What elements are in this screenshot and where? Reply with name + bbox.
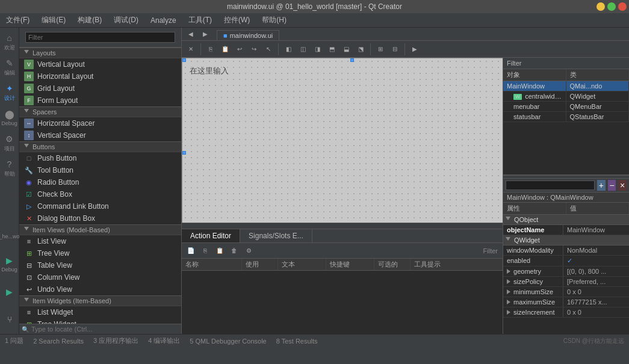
action-paste-button[interactable]: 📋 bbox=[213, 244, 226, 258]
sep2 bbox=[278, 43, 279, 55]
action-copy-button[interactable]: ⎘ bbox=[199, 244, 212, 258]
action-new-button[interactable]: 📄 bbox=[184, 244, 197, 258]
widget-command-link[interactable]: ▷ Command Link Button bbox=[19, 200, 181, 212]
status-problems[interactable]: 1 问题 bbox=[5, 336, 23, 345]
sidebar-item-edit[interactable]: ✎ 编辑 bbox=[1, 55, 18, 79]
property-editor: + − × MainWindow : QMainWindow 属性 值 bbox=[503, 179, 629, 334]
status-compile[interactable]: 4 编译输出 bbox=[148, 336, 180, 345]
next-file-button[interactable]: ▶ bbox=[199, 27, 212, 40]
align-bottom[interactable]: ⬔ bbox=[354, 43, 367, 56]
status-search[interactable]: 2 Search Results bbox=[33, 338, 84, 345]
menu-tools[interactable]: 工具(T) bbox=[185, 14, 215, 26]
widget-dialog-button-label: Dialog Button Box bbox=[37, 214, 95, 223]
widget-dialog-button[interactable]: ✕ Dialog Button Box bbox=[19, 212, 181, 224]
sidebar-item-run[interactable]: ▶ bbox=[1, 280, 18, 304]
copy-button[interactable]: ⎘ bbox=[204, 43, 217, 56]
menu-help[interactable]: 帮助(H) bbox=[258, 14, 290, 26]
file-tab-mainwindow[interactable]: ■ mainwindow.ui bbox=[217, 30, 279, 40]
handle-tl[interactable] bbox=[182, 58, 186, 62]
tab-signals-slots[interactable]: Signals/Slots E... bbox=[240, 229, 312, 242]
menu-edit[interactable]: 编辑(E) bbox=[38, 14, 69, 26]
menu-build[interactable]: 构建(B) bbox=[74, 14, 105, 26]
sidebar-item-design[interactable]: ✦ 设计 bbox=[1, 81, 18, 105]
pointer-button[interactable]: ↖ bbox=[262, 43, 275, 56]
layouts-expand-icon bbox=[24, 50, 29, 56]
prop-add-button[interactable]: + bbox=[597, 180, 606, 191]
widget-check-box[interactable]: ☑ Check Box bbox=[19, 188, 181, 200]
obj-row-centralwidget[interactable]: W centralwidget QWidget bbox=[503, 91, 629, 102]
widget-table-view[interactable]: ⊟ Table View bbox=[19, 259, 181, 271]
widget-form-layout[interactable]: F Form Layout bbox=[19, 94, 181, 106]
widget-tool-button[interactable]: 🔧 Tool Button bbox=[19, 164, 181, 176]
widget-column-view[interactable]: ⊡ Column View bbox=[19, 271, 181, 283]
widget-push-button[interactable]: □ Push Button bbox=[19, 152, 181, 164]
widget-horizontal-layout[interactable]: H Horizontal Layout bbox=[19, 70, 181, 82]
obj-row-mainwindow[interactable]: MainWindow QMai...ndo bbox=[503, 81, 629, 91]
obj-row-menubar[interactable]: menubar QMenuBar bbox=[503, 102, 629, 112]
widget-vertical-layout[interactable]: V Vertical Layout bbox=[19, 58, 181, 70]
handle-left[interactable] bbox=[182, 151, 186, 155]
menu-file[interactable]: 文件(F) bbox=[2, 14, 33, 26]
obj-row-statusbar[interactable]: statusbar QStatusBar bbox=[503, 112, 629, 122]
action-settings-button[interactable]: ⚙ bbox=[242, 244, 255, 258]
prop-filter-input[interactable] bbox=[506, 180, 595, 190]
undo-button[interactable]: ↩ bbox=[233, 43, 246, 56]
sidebar-item-file[interactable]: 01_he...world bbox=[1, 224, 18, 248]
prop-remove-button[interactable]: − bbox=[608, 180, 616, 191]
align-right[interactable]: ◨ bbox=[311, 43, 324, 56]
prop-row-enabled: enabled ✓ bbox=[503, 256, 629, 267]
tab-action-editor[interactable]: Action Editor bbox=[182, 229, 240, 242]
widget-radio-button[interactable]: ◉ Radio Button bbox=[19, 176, 181, 188]
canvas-scrollbar-h[interactable] bbox=[182, 223, 503, 229]
status-app-output[interactable]: 3 应用程序输出 bbox=[93, 336, 138, 345]
widget-tree-view[interactable]: ⊞ Tree View bbox=[19, 247, 181, 259]
widget-list-widget[interactable]: ≡ List Widget bbox=[19, 306, 181, 318]
close-toolbar-button[interactable]: ✕ bbox=[184, 43, 197, 56]
widget-vertical-spacer[interactable]: ↕ Vertical Spacer bbox=[19, 129, 181, 141]
widget-vertical-layout-label: Vertical Layout bbox=[37, 60, 85, 69]
widget-horizontal-spacer[interactable]: ↔ Horizontal Spacer bbox=[19, 117, 181, 129]
locate-input[interactable] bbox=[31, 325, 179, 333]
sidebar-item-help[interactable]: ? 帮助 bbox=[1, 156, 18, 180]
grid-button[interactable]: ⊞ bbox=[374, 43, 387, 56]
prev-file-button[interactable]: ◀ bbox=[184, 27, 197, 40]
align-left[interactable]: ◧ bbox=[282, 43, 295, 56]
status-test[interactable]: 8 Test Results bbox=[276, 338, 318, 345]
align-center[interactable]: ◫ bbox=[296, 43, 309, 56]
preview-button[interactable]: ▶ bbox=[408, 43, 421, 56]
widget-filter-input[interactable] bbox=[25, 32, 175, 43]
status-qml-debug[interactable]: 5 QML Debugger Console bbox=[190, 338, 266, 345]
sidebar-item-welcome[interactable]: ⌂ 欢迎 bbox=[1, 30, 18, 54]
maximize-button[interactable] bbox=[607, 2, 616, 11]
canvas-inner[interactable]: 在这里输入 bbox=[182, 58, 503, 229]
prop-val-objectname[interactable]: MainWindow bbox=[563, 225, 629, 235]
buddy-button[interactable]: ⊟ bbox=[388, 43, 401, 56]
redo-button[interactable]: ↪ bbox=[247, 43, 261, 56]
menu-widget[interactable]: 控件(W) bbox=[220, 14, 253, 26]
sidebar-item-git[interactable]: ⑂ bbox=[1, 307, 18, 332]
minimize-button[interactable] bbox=[596, 2, 605, 11]
menu-analyze[interactable]: Analyze bbox=[147, 15, 180, 26]
obj-cell-name-mainwindow: MainWindow bbox=[503, 81, 566, 91]
sidebar-item-debug[interactable]: ⬤ Debug bbox=[1, 106, 18, 130]
prop-clear-button[interactable]: × bbox=[618, 180, 627, 191]
prop-val-enabled[interactable]: ✓ bbox=[563, 256, 629, 266]
align-middle[interactable]: ⬓ bbox=[339, 43, 353, 56]
prop-row-sizeincrement: sizeIncrement 0 x 0 bbox=[503, 307, 629, 318]
menu-debug[interactable]: 调试(D) bbox=[110, 14, 142, 26]
action-delete-button[interactable]: 🗑 bbox=[228, 244, 241, 258]
prop-val-windowmodality[interactable]: NonModal bbox=[563, 245, 629, 255]
sidebar-item-project[interactable]: ⚙ 项目 bbox=[1, 131, 18, 155]
main-layout: ⌂ 欢迎 ✎ 编辑 ✦ 设计 ⬤ Debug ⚙ 项目 ? 帮助 01_he..… bbox=[0, 28, 629, 334]
sidebar-label-welcome: 欢迎 bbox=[4, 44, 15, 52]
widget-list-view[interactable]: ≡ List View bbox=[19, 235, 181, 247]
widget-undo-view[interactable]: ↩ Undo View bbox=[19, 283, 181, 295]
handle-top[interactable] bbox=[350, 58, 354, 62]
paste-button[interactable]: 📋 bbox=[218, 43, 232, 56]
sidebar-item-debug-bottom[interactable]: ▶ Debug bbox=[1, 252, 18, 276]
close-button[interactable] bbox=[618, 2, 627, 11]
canvas-area[interactable]: 在这里输入 bbox=[182, 58, 503, 229]
align-top[interactable]: ⬒ bbox=[325, 43, 338, 56]
widget-grid-layout[interactable]: G Grid Layout bbox=[19, 82, 181, 94]
widget-tree-widget[interactable]: ⊞ Tree Widget bbox=[19, 318, 181, 324]
